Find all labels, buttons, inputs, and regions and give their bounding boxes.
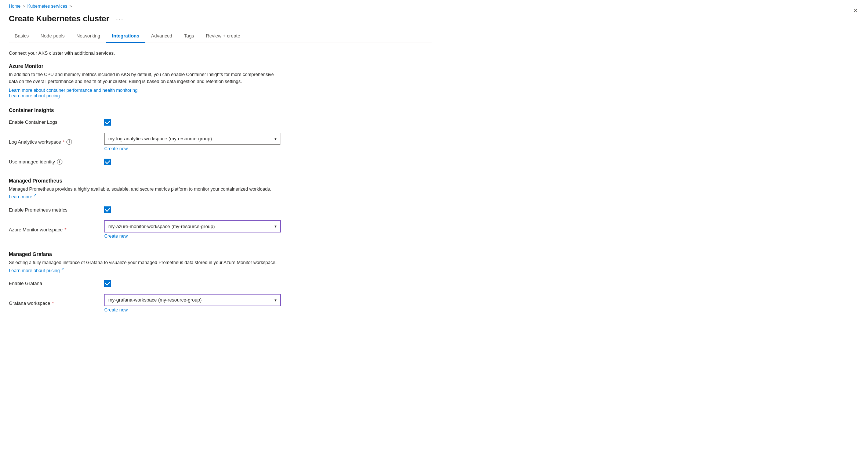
enable-grafana-control <box>104 280 280 287</box>
tab-node-pools[interactable]: Node pools <box>34 29 70 43</box>
grafana-workspace-select[interactable]: my-grafana-workspace (my-resource-group) <box>104 294 280 306</box>
azure-monitor-workspace-create-new[interactable]: Create new <box>104 234 128 239</box>
managed-prometheus-learn-more[interactable]: Learn more ↗ <box>9 194 36 199</box>
tab-networking[interactable]: Networking <box>70 29 106 43</box>
breadcrumb-home[interactable]: Home <box>9 4 21 9</box>
container-insights-title: Container Insights <box>9 107 432 113</box>
enable-prometheus-control <box>104 206 280 213</box>
use-managed-identity-row: Use managed identity i <box>9 155 432 169</box>
use-managed-identity-control <box>104 159 280 165</box>
azure-monitor-link2[interactable]: Learn more about pricing <box>9 93 60 98</box>
azure-monitor-link1[interactable]: Learn more about container performance a… <box>9 88 138 93</box>
log-analytics-select[interactable]: my-log-analytics-workspace (my-resource-… <box>104 133 280 145</box>
grafana-workspace-select-wrapper: my-grafana-workspace (my-resource-group)… <box>104 294 280 306</box>
breadcrumb-kubernetes-services[interactable]: Kubernetes services <box>27 4 67 9</box>
tab-integrations[interactable]: Integrations <box>106 29 145 43</box>
enable-prometheus-label: Enable Prometheus metrics <box>9 207 104 213</box>
azure-monitor-title: Azure Monitor <box>9 63 432 69</box>
use-managed-identity-label-group: Use managed identity i <box>9 159 104 165</box>
log-analytics-info-icon[interactable]: i <box>66 139 72 145</box>
tab-tags[interactable]: Tags <box>178 29 200 43</box>
tab-review-create[interactable]: Review + create <box>200 29 246 43</box>
tab-basics[interactable]: Basics <box>9 29 34 43</box>
log-analytics-label-group: Log Analytics workspace * i <box>9 139 104 145</box>
enable-grafana-checkbox[interactable] <box>104 280 111 287</box>
enable-grafana-label: Enable Grafana <box>9 281 104 286</box>
grafana-workspace-required-star: * <box>52 300 54 306</box>
log-analytics-control: my-log-analytics-workspace (my-resource-… <box>104 133 280 151</box>
azure-monitor-workspace-row: Azure Monitor workspace * my-azure-monit… <box>9 217 432 242</box>
log-analytics-required-star: * <box>63 139 65 145</box>
enable-container-logs-checkbox[interactable] <box>104 119 111 126</box>
azure-monitor-workspace-select[interactable]: my-azure-monitor-workspace (my-resource-… <box>104 220 280 232</box>
grafana-workspace-control: my-grafana-workspace (my-resource-group)… <box>104 294 280 313</box>
grafana-workspace-create-new[interactable]: Create new <box>104 307 128 313</box>
close-button[interactable]: × <box>853 7 858 14</box>
enable-container-logs-row: Enable Container Logs <box>9 115 432 129</box>
log-analytics-row: Log Analytics workspace * i my-log-analy… <box>9 129 432 155</box>
managed-prometheus-title: Managed Prometheus <box>9 178 432 184</box>
grafana-external-link-icon: ↗ <box>61 267 64 271</box>
use-managed-identity-checkbox[interactable] <box>104 159 111 165</box>
log-analytics-create-new[interactable]: Create new <box>104 146 128 151</box>
enable-container-logs-control <box>104 119 280 126</box>
enable-grafana-row: Enable Grafana <box>9 277 432 291</box>
page-subtitle: Connect your AKS cluster with additional… <box>9 50 432 56</box>
managed-prometheus-section: Managed Prometheus Managed Prometheus pr… <box>9 178 432 243</box>
breadcrumb: Home > Kubernetes services > <box>9 0 432 11</box>
page-header: Create Kubernetes cluster ··· <box>9 11 432 29</box>
azure-monitor-workspace-control: my-azure-monitor-workspace (my-resource-… <box>104 220 280 239</box>
managed-grafana-description: Selecting a fully managed instance of Gr… <box>9 259 280 274</box>
tab-advanced[interactable]: Advanced <box>145 29 178 43</box>
managed-grafana-title: Managed Grafana <box>9 251 432 257</box>
grafana-workspace-row: Grafana workspace * my-grafana-workspace… <box>9 291 432 316</box>
page-title: Create Kubernetes cluster <box>9 14 109 24</box>
managed-grafana-learn-more-pricing[interactable]: Learn more about pricing ↗ <box>9 268 64 273</box>
enable-prometheus-checkbox[interactable] <box>104 206 111 213</box>
enable-container-logs-label: Enable Container Logs <box>9 119 104 125</box>
container-insights-section: Container Insights Enable Container Logs… <box>9 107 432 169</box>
external-link-icon: ↗ <box>33 193 36 197</box>
more-options-icon[interactable]: ··· <box>114 14 126 24</box>
azure-monitor-description: In addition to the CPU and memory metric… <box>9 71 280 85</box>
azure-monitor-workspace-select-wrapper: my-azure-monitor-workspace (my-resource-… <box>104 220 280 232</box>
azure-monitor-workspace-required-star: * <box>65 227 66 232</box>
azure-monitor-section: Azure Monitor In addition to the CPU and… <box>9 63 432 98</box>
grafana-workspace-label-group: Grafana workspace * <box>9 300 104 306</box>
enable-prometheus-row: Enable Prometheus metrics <box>9 203 432 217</box>
azure-monitor-workspace-label-group: Azure Monitor workspace * <box>9 227 104 232</box>
log-analytics-select-wrapper: my-log-analytics-workspace (my-resource-… <box>104 133 280 145</box>
breadcrumb-sep1: > <box>23 4 25 8</box>
use-managed-identity-info-icon[interactable]: i <box>57 159 62 165</box>
managed-grafana-section: Managed Grafana Selecting a fully manage… <box>9 251 432 316</box>
managed-prometheus-description: Managed Prometheus provides a highly ava… <box>9 186 280 201</box>
tabs-nav: Basics Node pools Networking Integration… <box>9 29 432 43</box>
breadcrumb-sep2: > <box>69 4 72 8</box>
